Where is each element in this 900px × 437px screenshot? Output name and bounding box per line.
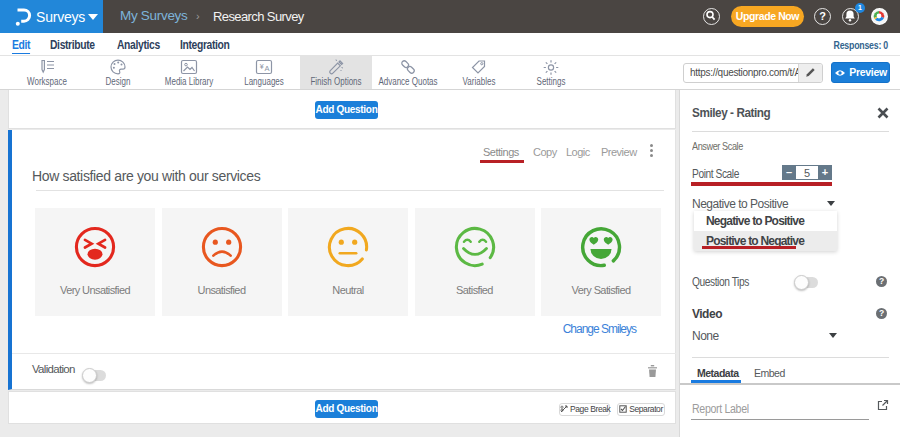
svg-text:¥: ¥ (260, 63, 264, 70)
svg-text:A: A (264, 64, 269, 73)
